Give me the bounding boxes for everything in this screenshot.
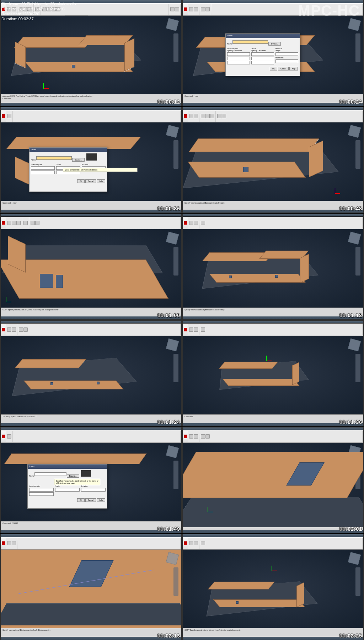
nav-bar[interactable] bbox=[173, 140, 178, 169]
viewcube-icon[interactable] bbox=[348, 339, 361, 352]
timestamp: 00:00:36 bbox=[157, 206, 180, 211]
nav-bar[interactable] bbox=[173, 354, 178, 382]
thumbnail-3: Insert Name:Browse... Insertion point Sc… bbox=[0, 107, 182, 213]
timestamp: 00:01:12 bbox=[339, 313, 362, 318]
thumbnail-7: Too many objects selected for INTERSECT … bbox=[0, 320, 182, 426]
cancel-button[interactable]: Cancel bbox=[278, 67, 289, 70]
nav-bar[interactable] bbox=[173, 33, 178, 62]
viewcube-icon[interactable] bbox=[348, 125, 361, 138]
thumbnail-8: Command: 00:01:36 bbox=[182, 320, 364, 426]
viewport[interactable] bbox=[183, 443, 363, 521]
viewcube-icon[interactable] bbox=[348, 552, 361, 565]
thumbnail-11: Specify base point or [Displacement/mOde… bbox=[0, 534, 182, 640]
command-line[interactable]: Command: _Insert bbox=[183, 94, 363, 103]
nav-bar[interactable] bbox=[355, 247, 360, 276]
insert-dialog[interactable]: Insert Name:Browse... Insertion pointSpe… bbox=[225, 33, 300, 76]
timestamp: 00:00:24 bbox=[339, 99, 362, 105]
viewcube-icon[interactable] bbox=[166, 18, 179, 31]
command-line[interactable]: Command: bbox=[183, 414, 363, 423]
viewport[interactable] bbox=[1, 336, 181, 414]
viewcube-icon[interactable] bbox=[166, 552, 179, 565]
viewcube-icon[interactable] bbox=[348, 232, 361, 245]
nav-bar[interactable] bbox=[173, 567, 178, 596]
viewport[interactable] bbox=[183, 122, 363, 201]
command-line[interactable]: Specify insertion point or [Basepoint/Sc… bbox=[183, 201, 363, 210]
command-line[interactable]: Autodesk DWG. This file is a TrustedDWG … bbox=[1, 94, 181, 103]
timestamp: 00:00:12 bbox=[157, 99, 180, 105]
command-line[interactable]: Command: _Insert bbox=[1, 201, 181, 210]
viewcube-icon[interactable] bbox=[166, 125, 179, 138]
viewport[interactable] bbox=[1, 550, 181, 628]
viewcube-icon[interactable] bbox=[348, 18, 361, 31]
command-line[interactable]: Specify base point or [Displacement/mOde… bbox=[1, 628, 181, 637]
nav-bar[interactable] bbox=[355, 354, 360, 382]
viewport[interactable] bbox=[1, 229, 181, 308]
thumbnail-12: COPY Specify second point or [Array] <us… bbox=[182, 534, 364, 640]
watermark-text: MPC-HC bbox=[298, 2, 360, 19]
thumbnail-9: Insert Name:Browse... Specifies the name… bbox=[0, 427, 182, 533]
tooltip-uniform-scale: Use a uniform scale for the inserted blo… bbox=[63, 168, 138, 172]
browse-button[interactable]: Browse... bbox=[268, 42, 281, 46]
viewport[interactable] bbox=[183, 336, 363, 414]
viewport[interactable]: Insert Name:Browse... Specifies the name… bbox=[1, 443, 181, 521]
timestamp: 00:02:13 bbox=[157, 633, 180, 639]
command-line[interactable]: COPY Specify second point or [Array] <us… bbox=[183, 628, 363, 637]
viewport[interactable] bbox=[183, 550, 363, 628]
viewcube-icon[interactable] bbox=[166, 445, 179, 458]
viewport[interactable]: Insert Name:Browse... Insertion pointSpe… bbox=[183, 16, 363, 94]
nav-bar[interactable] bbox=[355, 567, 360, 596]
timestamp: 00:02:25 bbox=[339, 633, 362, 639]
command-line[interactable]: Specify insertion point or [Basepoint/Sc… bbox=[183, 308, 363, 316]
command-line[interactable]: Too many objects selected for INTERSECT bbox=[1, 414, 181, 423]
command-line[interactable]: COPY Specify second point or [Array] <us… bbox=[1, 308, 181, 316]
help-button[interactable]: Help bbox=[289, 67, 298, 70]
file-info: File Name: 06 Finishing the 3D windows.f… bbox=[1, 1, 76, 21]
nav-bar[interactable] bbox=[355, 140, 360, 169]
timestamp: 00:00:48 bbox=[339, 206, 362, 211]
viewport[interactable] bbox=[183, 229, 363, 308]
tooltip-block-name: Specifies the name of a block to insert,… bbox=[54, 479, 100, 485]
insert-dialog[interactable]: Insert Name:Browse... Specifies the name… bbox=[27, 464, 107, 509]
nav-bar[interactable] bbox=[355, 33, 360, 62]
thumbnail-10: Specify insertion point or [Basepoint/Sc… bbox=[182, 427, 364, 533]
app-logo-icon bbox=[184, 7, 187, 11]
timestamp: 00:01:36 bbox=[339, 419, 362, 425]
command-line[interactable]: Command: INSERT bbox=[1, 521, 181, 530]
thumbnail-grid: Product update available Autodesk DWG. T… bbox=[0, 0, 364, 640]
viewport[interactable]: Insert Name:Browse... Insertion point Sc… bbox=[1, 122, 181, 201]
timestamp: 00:01:00 bbox=[157, 313, 180, 318]
viewport[interactable] bbox=[1, 16, 181, 94]
timestamp: 00:01:24 bbox=[157, 419, 180, 425]
viewcube-icon[interactable] bbox=[166, 232, 179, 245]
nav-bar[interactable] bbox=[173, 247, 178, 276]
timestamp: 00:02:01 bbox=[339, 526, 362, 532]
thumbnail-4: Specify insertion point or [Basepoint/Sc… bbox=[182, 107, 364, 213]
thumbnail-6: Specify insertion point or [Basepoint/Sc… bbox=[182, 214, 364, 320]
thumbnail-5: COPY Specify second point or [Array] <us… bbox=[0, 214, 182, 320]
insert-dialog[interactable]: Insert Name:Browse... Insertion point Sc… bbox=[29, 147, 107, 192]
viewcube-icon[interactable] bbox=[166, 339, 179, 352]
nav-bar[interactable] bbox=[173, 461, 178, 489]
timestamp: 00:01:49 bbox=[157, 526, 180, 532]
ok-button[interactable]: OK bbox=[270, 67, 277, 70]
